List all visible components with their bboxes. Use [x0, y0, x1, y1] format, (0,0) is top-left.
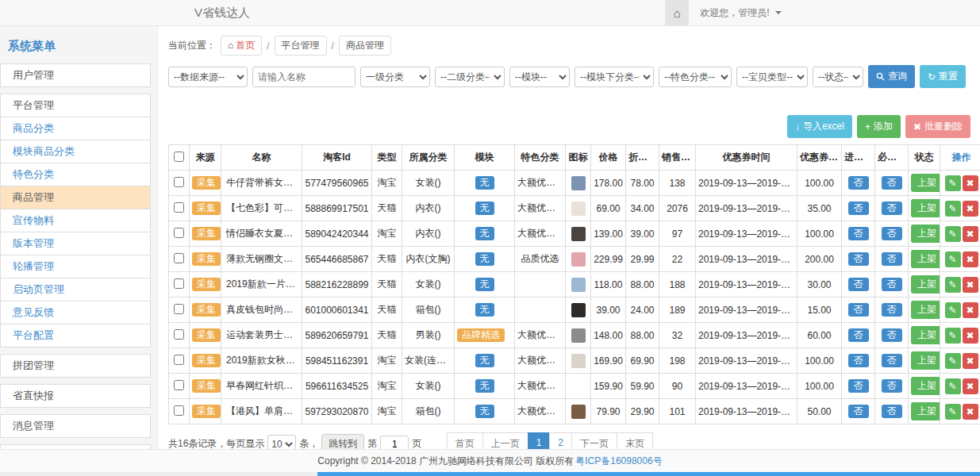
- search-button[interactable]: 查询: [868, 65, 915, 88]
- status-button[interactable]: 上架: [911, 199, 940, 217]
- icp-link[interactable]: 粤ICP备16098006号: [575, 455, 662, 468]
- delete-button[interactable]: ✖: [963, 378, 978, 394]
- name-search-input[interactable]: [252, 67, 355, 87]
- sidebar-item[interactable]: 用户管理: [1, 64, 150, 86]
- edit-button[interactable]: ✎: [945, 378, 961, 394]
- must-buy-toggle[interactable]: 否: [882, 252, 902, 267]
- status-button[interactable]: 上架: [911, 225, 940, 243]
- edit-button[interactable]: ✎: [945, 226, 961, 242]
- status-button[interactable]: 上架: [911, 351, 940, 370]
- user-menu[interactable]: 欢迎您，管理员!: [700, 6, 782, 20]
- delete-button[interactable]: ✖: [963, 404, 978, 420]
- sidebar-item[interactable]: 平台管理: [1, 94, 150, 117]
- row-checkbox[interactable]: [174, 278, 184, 289]
- main-layout: 系统菜单 用户管理平台管理商品分类模块商品分类特色分类商品管理宣传物料版本管理轮…: [0, 26, 980, 472]
- imported-toggle[interactable]: 否: [848, 202, 869, 216]
- sidebar-item[interactable]: 宣传物料: [1, 209, 150, 232]
- sidebar-item[interactable]: 版本管理: [1, 232, 150, 255]
- select-all-checkbox[interactable]: [174, 152, 184, 162]
- status-filter-select[interactable]: --状态--: [813, 67, 863, 87]
- delete-button[interactable]: ✖: [963, 175, 978, 191]
- sidebar-item[interactable]: 消息管理: [1, 415, 150, 437]
- must-buy-toggle[interactable]: 否: [882, 354, 902, 368]
- edit-button[interactable]: ✎: [945, 404, 961, 420]
- breadcrumb-item[interactable]: 商品管理: [339, 36, 391, 56]
- import-excel-button[interactable]: ↓ 导入excel: [787, 115, 852, 138]
- sidebar-item[interactable]: 模块商品分类: [1, 140, 150, 163]
- status-button[interactable]: 上架: [911, 402, 940, 420]
- imported-toggle[interactable]: 否: [848, 176, 869, 190]
- delete-button[interactable]: ✖: [963, 226, 978, 242]
- cell-type: 淘宝: [372, 374, 402, 399]
- home-icon: ⌂: [228, 40, 233, 51]
- delete-button[interactable]: ✖: [963, 328, 978, 344]
- sidebar-item[interactable]: 商品分类: [1, 117, 150, 140]
- edit-button[interactable]: ✎: [945, 201, 961, 217]
- sidebar-item[interactable]: 意见反馈: [1, 301, 150, 324]
- imported-toggle[interactable]: 否: [848, 278, 869, 292]
- imported-toggle[interactable]: 否: [848, 303, 869, 317]
- edit-button[interactable]: ✎: [945, 277, 961, 293]
- must-buy-toggle[interactable]: 否: [882, 278, 902, 292]
- row-checkbox[interactable]: [174, 304, 184, 314]
- add-button[interactable]: + 添加: [857, 115, 901, 138]
- imported-toggle[interactable]: 否: [848, 379, 869, 393]
- row-checkbox[interactable]: [174, 253, 184, 263]
- row-checkbox[interactable]: [174, 177, 184, 187]
- batch-delete-button[interactable]: ✖ 批量删除: [905, 115, 970, 138]
- must-buy-toggle[interactable]: 否: [882, 227, 902, 241]
- sidebar-item[interactable]: 轮播管理: [1, 255, 150, 278]
- delete-button[interactable]: ✖: [963, 353, 978, 369]
- row-checkbox[interactable]: [174, 405, 184, 416]
- must-buy-toggle[interactable]: 否: [882, 379, 902, 393]
- row-checkbox[interactable]: [174, 329, 184, 340]
- delete-button[interactable]: ✖: [963, 201, 978, 217]
- imported-toggle[interactable]: 否: [848, 227, 869, 241]
- level2-filter-select[interactable]: --二级分类--: [435, 67, 505, 87]
- sidebar-item[interactable]: 特色分类: [1, 163, 150, 186]
- item-type-filter-select[interactable]: --宝贝类型--: [736, 67, 808, 87]
- must-buy-toggle[interactable]: 否: [882, 405, 902, 419]
- breadcrumb-item[interactable]: ⌂首页: [221, 36, 262, 56]
- delete-button[interactable]: ✖: [963, 302, 978, 318]
- edit-button[interactable]: ✎: [945, 353, 961, 369]
- source-filter-select[interactable]: --数据来源--: [168, 67, 248, 87]
- imported-toggle[interactable]: 否: [848, 252, 869, 267]
- feature-filter-select[interactable]: --特色分类--: [659, 67, 732, 87]
- sidebar-item[interactable]: 商品管理: [1, 186, 150, 209]
- edit-button[interactable]: ✎: [945, 328, 961, 344]
- edit-button[interactable]: ✎: [945, 175, 961, 191]
- breadcrumb-item[interactable]: 平台管理: [275, 36, 327, 56]
- must-buy-toggle[interactable]: 否: [882, 202, 902, 216]
- sidebar-item[interactable]: 拼团管理: [1, 355, 150, 377]
- delete-button[interactable]: ✖: [963, 277, 978, 293]
- sidebar-item[interactable]: 启动页管理: [1, 278, 150, 301]
- status-button[interactable]: 上架: [911, 174, 940, 192]
- row-checkbox[interactable]: [174, 380, 184, 390]
- module-filter-select[interactable]: --模块--: [509, 67, 570, 87]
- module-sub-filter-select[interactable]: --模块下分类--: [575, 67, 654, 87]
- edit-button[interactable]: ✎: [945, 302, 961, 318]
- sidebar-item[interactable]: 平台配置: [1, 324, 150, 347]
- must-buy-toggle[interactable]: 否: [882, 303, 902, 317]
- imported-toggle[interactable]: 否: [848, 405, 869, 419]
- level1-filter-select[interactable]: 一级分类: [360, 67, 430, 87]
- cell-icon: [566, 221, 591, 247]
- status-button[interactable]: 上架: [911, 275, 940, 294]
- row-checkbox[interactable]: [174, 202, 184, 213]
- row-checkbox[interactable]: [174, 228, 184, 238]
- delete-button[interactable]: ✖: [963, 251, 978, 267]
- row-checkbox[interactable]: [174, 355, 184, 365]
- imported-toggle[interactable]: 否: [848, 328, 869, 343]
- reset-button[interactable]: ↻ 重置: [920, 65, 966, 88]
- sidebar-item[interactable]: 省直快报: [1, 385, 150, 407]
- must-buy-toggle[interactable]: 否: [882, 176, 902, 190]
- status-button[interactable]: 上架: [911, 377, 940, 395]
- edit-button[interactable]: ✎: [945, 251, 961, 267]
- home-button[interactable]: ⌂: [665, 0, 689, 25]
- imported-toggle[interactable]: 否: [848, 354, 869, 368]
- status-button[interactable]: 上架: [911, 250, 940, 268]
- status-button[interactable]: 上架: [911, 301, 940, 319]
- must-buy-toggle[interactable]: 否: [882, 328, 902, 343]
- status-button[interactable]: 上架: [911, 326, 940, 344]
